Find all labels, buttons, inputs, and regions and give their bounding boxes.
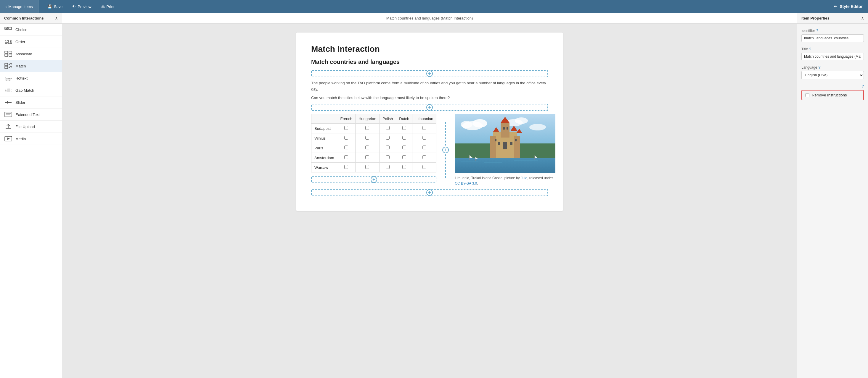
checkbox-warsaw-polish[interactable]: [386, 165, 390, 169]
checkbox-paris-dutch[interactable]: [402, 145, 406, 149]
castle-image: [455, 114, 555, 173]
add-column-btn[interactable]: +: [442, 147, 449, 153]
svg-rect-47: [506, 127, 508, 130]
checkbox-budapest-french[interactable]: [344, 126, 348, 130]
add-zone-image-bottom[interactable]: +: [311, 189, 548, 196]
table-row: Budapest: [311, 124, 436, 133]
table-row: Vilnius: [311, 133, 436, 143]
cell-budapest-hungarian: [355, 124, 379, 133]
checkbox-vilnius-polish[interactable]: [386, 136, 390, 140]
checkbox-budapest-polish[interactable]: [386, 126, 390, 130]
content-title-bar: Match countries and languages (Match Int…: [62, 13, 797, 24]
sidebar-item-extendedtext[interactable]: Extended Text: [0, 108, 62, 121]
checkbox-warsaw-french[interactable]: [344, 165, 348, 169]
identifier-input[interactable]: [801, 34, 864, 42]
add-zone-top[interactable]: +: [311, 70, 548, 77]
checkbox-paris-hungarian[interactable]: [365, 145, 369, 149]
checkbox-vilnius-french[interactable]: [344, 136, 348, 140]
print-button[interactable]: 🖶 Print: [97, 3, 119, 11]
identifier-help-icon[interactable]: ?: [816, 28, 818, 33]
sidebar-item-label: File Upload: [16, 125, 35, 129]
identifier-label: Identifier ?: [801, 28, 864, 33]
associate-icon: [4, 51, 12, 57]
style-editor-label: ✏ Style Editor: [828, 0, 868, 13]
remove-instructions-label[interactable]: Remove Instructions: [812, 93, 847, 97]
match-icon: [4, 63, 12, 69]
remove-instructions-checkbox[interactable]: [806, 93, 809, 97]
add-zone-image-bottom-btn[interactable]: +: [426, 189, 433, 196]
checkbox-budapest-hungarian[interactable]: [365, 126, 369, 130]
svg-rect-49: [515, 139, 517, 141]
language-select[interactable]: English (USA) English (UK) French German…: [801, 71, 864, 79]
checkbox-vilnius-lithuanian[interactable]: [423, 136, 426, 140]
cell-budapest-french: [337, 124, 355, 133]
add-zone-middle[interactable]: +: [311, 104, 548, 111]
checkbox-amsterdam-lithuanian[interactable]: [423, 155, 426, 159]
checkbox-budapest-lithuanian[interactable]: [423, 126, 426, 130]
add-zone-bottom-btn[interactable]: +: [371, 176, 377, 183]
add-zone-middle-btn[interactable]: +: [426, 104, 433, 111]
title-input[interactable]: [801, 53, 864, 60]
svg-rect-20: [11, 102, 11, 103]
cell-budapest-dutch: [396, 124, 412, 133]
sidebar-item-match[interactable]: Match: [0, 60, 62, 72]
title-help-icon[interactable]: ?: [809, 47, 811, 51]
cell-budapest-polish: [379, 124, 396, 133]
add-zone-top-btn[interactable]: +: [426, 70, 433, 77]
svg-rect-7: [9, 54, 12, 57]
sidebar-item-label: Slider: [16, 100, 25, 105]
content-scroll[interactable]: Match Interaction Match countries and la…: [62, 24, 797, 378]
sidebar-item-hottext[interactable]: Loremre Hot text cap Hottext: [0, 72, 62, 84]
svg-text:a⬜c: a⬜c: [5, 88, 12, 92]
remove-instructions-box[interactable]: Remove Instructions: [801, 90, 864, 100]
sidebar-item-label: Associate: [16, 52, 32, 56]
sidebar-item-label: Order: [16, 40, 25, 44]
add-column-zone: +: [442, 122, 449, 178]
add-zone-bottom[interactable]: +: [311, 176, 436, 183]
sidebar-item-gapmatch[interactable]: a⬜c Gap Match: [0, 84, 62, 96]
save-button[interactable]: 💾 Save: [43, 3, 67, 11]
sidebar-item-label: Match: [16, 64, 26, 68]
svg-rect-50: [498, 142, 500, 145]
remove-instructions-help-icon[interactable]: ?: [862, 84, 864, 89]
checkbox-vilnius-dutch[interactable]: [402, 136, 406, 140]
checkbox-amsterdam-polish[interactable]: [386, 155, 390, 159]
sidebar-header: Common Interactions ∧: [0, 13, 62, 24]
checkbox-warsaw-lithuanian[interactable]: [423, 165, 426, 169]
sidebar-item-fileupload[interactable]: File Upload: [0, 121, 62, 133]
preview-button[interactable]: 👁 Preview: [68, 3, 95, 11]
svg-text:re Hot text cap: re Hot text cap: [5, 79, 12, 81]
license-link[interactable]: CC BY-SA 3.0: [455, 181, 477, 185]
remove-instructions-field-row: ? Remove Instructions: [801, 84, 864, 100]
sidebar-item-associate[interactable]: Associate: [0, 48, 62, 60]
checkbox-paris-lithuanian[interactable]: [423, 145, 426, 149]
svg-rect-4: [5, 51, 8, 54]
manage-items-button[interactable]: ‹ Manage Items: [0, 0, 38, 13]
col-header-french: French: [337, 114, 355, 124]
match-table: French Hungarian Polish Dutch Lithuanian…: [311, 114, 436, 172]
checkbox-budapest-dutch[interactable]: [402, 126, 406, 130]
sidebar-item-slider[interactable]: Slider: [0, 96, 62, 108]
checkbox-amsterdam-french[interactable]: [344, 155, 348, 159]
svg-rect-19: [5, 102, 6, 103]
sidebar-item-media[interactable]: Media: [0, 133, 62, 145]
sidebar-item-choice[interactable]: Choice: [0, 24, 62, 36]
checkbox-amsterdam-dutch[interactable]: [402, 155, 406, 159]
julo-link[interactable]: Julo: [521, 176, 527, 180]
sidebar-item-label: Hottext: [16, 76, 28, 80]
checkbox-warsaw-dutch[interactable]: [402, 165, 406, 169]
checkbox-warsaw-hungarian[interactable]: [365, 165, 369, 169]
svg-rect-12: [10, 64, 12, 65]
sidebar-collapse-icon[interactable]: ∧: [55, 16, 58, 21]
checkbox-paris-french[interactable]: [344, 145, 348, 149]
svg-rect-46: [503, 127, 505, 130]
svg-rect-51: [510, 142, 513, 145]
sidebar-item-label: Extended Text: [16, 112, 40, 117]
checkbox-paris-polish[interactable]: [386, 145, 390, 149]
language-help-icon[interactable]: ?: [818, 65, 820, 69]
sidebar-item-label: Choice: [16, 28, 27, 32]
checkbox-amsterdam-hungarian[interactable]: [365, 155, 369, 159]
right-panel-collapse-icon[interactable]: ∧: [861, 16, 864, 21]
sidebar-item-order[interactable]: 1̲2̲3̲ Order: [0, 36, 62, 48]
checkbox-vilnius-hungarian[interactable]: [365, 136, 369, 140]
